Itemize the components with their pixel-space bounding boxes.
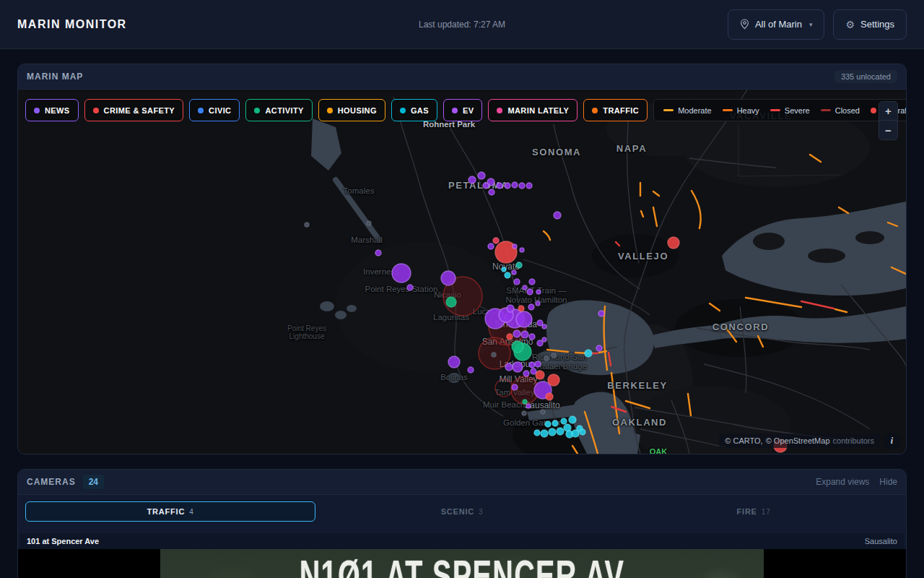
expand-views-link[interactable]: Expand views xyxy=(816,477,869,487)
map-event-marker[interactable] xyxy=(520,248,524,252)
map-event-marker[interactable] xyxy=(523,371,529,376)
camera-view[interactable]: N1Ø1 AT SPENCER AV xyxy=(18,549,906,578)
map-event-marker[interactable] xyxy=(668,237,679,249)
map-event-marker[interactable] xyxy=(407,285,413,290)
map-event-marker[interactable] xyxy=(507,334,513,340)
map-event-marker[interactable] xyxy=(441,271,456,285)
map-event-marker[interactable] xyxy=(493,238,499,243)
map-event-marker[interactable] xyxy=(478,172,485,179)
map-event-marker[interactable] xyxy=(542,324,546,329)
map-event-marker[interactable] xyxy=(529,279,535,285)
map-event-marker[interactable] xyxy=(505,363,513,371)
zoom-out-button[interactable]: − xyxy=(879,121,897,139)
map-event-marker[interactable] xyxy=(531,368,536,374)
map-event-marker[interactable] xyxy=(537,320,543,326)
map-event-marker[interactable] xyxy=(488,243,494,249)
filter-chip-ev[interactable]: EV xyxy=(443,99,482,121)
map-event-marker[interactable] xyxy=(492,353,496,357)
filter-chip-news[interactable]: NEWS xyxy=(25,99,79,121)
map-canvas[interactable]: Rohnert ParkSONOMANAPAVACAVILLEPETALUMAV… xyxy=(18,90,906,454)
map-event-marker[interactable] xyxy=(305,223,309,227)
map-event-marker[interactable] xyxy=(541,430,548,437)
map-event-marker[interactable] xyxy=(523,400,527,404)
filter-chip-crime-safety[interactable]: CRIME & SAFETY xyxy=(84,99,184,121)
map-event-marker[interactable] xyxy=(529,362,535,368)
map-event-marker[interactable] xyxy=(483,183,489,189)
map-event-marker[interactable] xyxy=(536,371,544,379)
map-event-marker[interactable] xyxy=(552,353,556,358)
map-event-marker[interactable] xyxy=(534,430,540,436)
info-icon[interactable]: i xyxy=(884,433,900,449)
map-event-marker[interactable] xyxy=(516,262,522,268)
map-event-marker[interactable] xyxy=(521,331,528,338)
map-event-marker[interactable] xyxy=(505,272,510,278)
map-event-marker[interactable] xyxy=(546,393,553,400)
map-event-marker[interactable] xyxy=(522,411,526,415)
map-event-marker[interactable] xyxy=(580,429,585,435)
carto-link[interactable]: © CARTO, xyxy=(725,436,762,445)
map-event-marker[interactable] xyxy=(528,304,534,310)
filter-chip-marin-lately[interactable]: MARIN LATELY xyxy=(488,99,578,121)
map-event-marker[interactable] xyxy=(392,264,411,282)
map-event-marker[interactable] xyxy=(552,420,558,426)
map-event-marker[interactable] xyxy=(502,267,506,272)
map-event-marker[interactable] xyxy=(519,183,525,189)
map-event-marker[interactable] xyxy=(536,301,540,306)
map-event-marker[interactable] xyxy=(549,428,556,436)
map-event-marker[interactable] xyxy=(585,350,592,357)
map-event-marker[interactable] xyxy=(557,428,564,435)
map-event-marker[interactable] xyxy=(505,183,510,189)
map-event-marker[interactable] xyxy=(468,176,476,184)
map-event-marker[interactable] xyxy=(569,416,576,423)
map-event-marker[interactable] xyxy=(375,250,381,256)
filter-chip-gas[interactable]: GAS xyxy=(391,99,437,121)
map-event-marker[interactable] xyxy=(448,356,460,368)
map-markers[interactable] xyxy=(18,90,906,454)
map-event-marker[interactable] xyxy=(512,384,518,390)
map-event-marker[interactable] xyxy=(513,362,523,372)
map-event-marker[interactable] xyxy=(367,221,371,225)
map-event-marker[interactable] xyxy=(526,183,532,189)
map-event-marker[interactable] xyxy=(544,356,549,361)
map-event-marker[interactable] xyxy=(535,361,541,367)
map-event-marker[interactable] xyxy=(507,305,514,312)
map-event-marker[interactable] xyxy=(512,341,523,353)
map-event-marker[interactable] xyxy=(536,290,541,294)
filter-chip-housing[interactable]: HOUSING xyxy=(318,99,385,121)
map-event-marker[interactable] xyxy=(518,306,524,311)
map-event-marker[interactable] xyxy=(489,189,494,195)
map-event-marker[interactable] xyxy=(596,345,602,351)
settings-button[interactable]: ⚙ Settings xyxy=(833,9,907,40)
filter-chip-traffic[interactable]: TRAFFIC xyxy=(583,99,648,121)
zoom-in-button[interactable]: + xyxy=(879,102,897,121)
hide-link[interactable]: Hide xyxy=(879,477,897,487)
map-event-marker[interactable] xyxy=(554,212,561,219)
filter-chip-activity[interactable]: ACTIVITY xyxy=(245,99,312,121)
map-event-marker[interactable] xyxy=(512,270,516,275)
camera-tab-fire[interactable]: FIRE17 xyxy=(609,501,899,522)
map-event-marker[interactable] xyxy=(561,418,567,424)
map-event-marker[interactable] xyxy=(598,311,604,316)
map-event-marker[interactable] xyxy=(514,279,520,285)
map-event-marker[interactable] xyxy=(529,334,535,340)
map-event-marker[interactable] xyxy=(542,337,546,342)
map-event-marker[interactable] xyxy=(523,285,527,290)
map-event-marker[interactable] xyxy=(516,311,532,327)
camera-tab-scenic[interactable]: SCENIC3 xyxy=(317,501,607,522)
osm-link[interactable]: © OpenStreetMap xyxy=(766,436,830,445)
map-event-marker[interactable] xyxy=(513,330,520,337)
camera-tab-traffic[interactable]: TRAFFIC4 xyxy=(25,501,315,522)
map-event-marker[interactable] xyxy=(548,374,559,386)
map-event-marker[interactable] xyxy=(513,244,517,249)
map-event-marker[interactable] xyxy=(468,367,474,373)
map-event-marker[interactable] xyxy=(526,404,531,408)
map-event-marker[interactable] xyxy=(497,183,502,189)
region-selector-button[interactable]: All of Marin ▾ xyxy=(728,9,825,40)
map-event-marker[interactable] xyxy=(512,182,518,188)
map-event-marker[interactable] xyxy=(541,410,545,414)
map-event-marker[interactable] xyxy=(537,340,543,346)
map-event-marker[interactable] xyxy=(545,421,551,427)
map-event-marker[interactable] xyxy=(446,297,456,307)
map-event-marker[interactable] xyxy=(527,289,533,295)
filter-chip-civic[interactable]: CIVIC xyxy=(189,99,240,121)
